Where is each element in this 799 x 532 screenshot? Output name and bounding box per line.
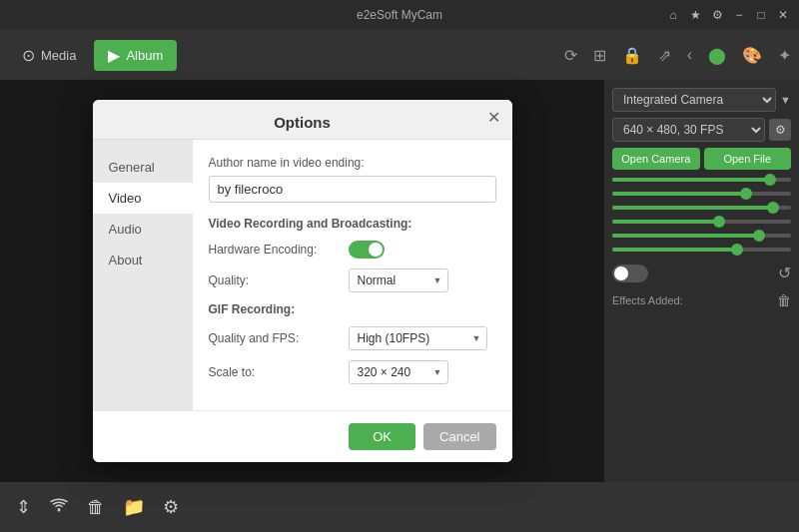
scale-select[interactable]: 160 × 120 320 × 240 640 × 480 [349, 360, 448, 384]
delete-effects-button[interactable]: 🗑 [777, 292, 791, 308]
slider-track-3[interactable] [612, 206, 791, 210]
slider-row-5 [612, 232, 791, 240]
slider-row-3 [612, 204, 791, 212]
slider-fill-4 [612, 220, 719, 224]
star-icon[interactable]: ✦ [778, 46, 791, 65]
camera-icon[interactable]: ⬤ [708, 46, 726, 65]
slider-track-6[interactable] [612, 248, 791, 252]
sidebar-item-about[interactable]: About [93, 245, 193, 275]
options-dialog: Options ✕ General Video Audio [93, 100, 512, 462]
resolution-select[interactable]: 640 × 480, 30 FPS [612, 118, 765, 142]
home-icon[interactable]: ⌂ [665, 7, 681, 23]
effects-label: Effects Added: [612, 294, 683, 306]
scale-label: Scale to: [209, 365, 349, 379]
dropdown-arrow-icon: ▼ [780, 94, 791, 106]
effects-toggle-row: ↺ [612, 264, 791, 282]
slider-row-2 [612, 190, 791, 198]
settings-icon[interactable]: ⚙ [709, 7, 725, 23]
dialog-body: General Video Audio About Author name in… [93, 140, 512, 410]
slider-track-2[interactable] [612, 192, 791, 196]
slider-thumb-5 [753, 230, 765, 242]
effects-icon[interactable]: 🎨 [742, 46, 762, 65]
modal-overlay: Options ✕ General Video Audio [0, 80, 604, 482]
toolbar-icons: ⟳ ⊞ 🔒 ⇗ ‹ ⬤ 🎨 ✦ [564, 46, 791, 65]
hw-encoding-label: Hardware Encoding: [209, 243, 349, 257]
quality-select[interactable]: Low Normal High Very High [349, 268, 448, 292]
slider-fill-3 [612, 206, 773, 210]
video-section-title: Video Recording and Broadcasting: [209, 217, 496, 231]
slider-fill-6 [612, 248, 737, 252]
slider-track-5[interactable] [612, 234, 791, 238]
share-icon[interactable]: ⇗ [658, 46, 671, 65]
album-icon: ▶ [108, 46, 120, 65]
camera-select[interactable]: Integrated Camera [612, 88, 776, 112]
reset-button[interactable]: ↺ [778, 264, 791, 282]
quality-row: Quality: Low Normal High Very High [209, 268, 496, 292]
gif-quality-select[interactable]: Low (5FPS) Normal (8FPS) High (10FPS) Ve… [349, 326, 487, 350]
hw-toggle-knob [369, 243, 383, 257]
maximize-button[interactable]: □ [753, 7, 769, 23]
album-tab[interactable]: ▶ Album [94, 40, 177, 71]
hw-encoding-toggle[interactable] [349, 241, 385, 259]
slider-fill-1 [612, 178, 770, 182]
trash-icon[interactable]: 🗑 [87, 497, 105, 518]
back-icon[interactable]: ‹ [687, 46, 692, 64]
slider-fill-5 [612, 234, 759, 238]
gif-quality-row: Quality and FPS: Low (5FPS) Normal (8FPS… [209, 326, 496, 350]
gif-quality-label: Quality and FPS: [209, 331, 349, 345]
cancel-button[interactable]: Cancel [423, 423, 495, 450]
effects-toggle[interactable] [612, 265, 648, 282]
svg-point-0 [58, 508, 61, 511]
slider-track-4[interactable] [612, 220, 791, 224]
slider-thumb-4 [713, 216, 725, 228]
ok-button[interactable]: OK [349, 423, 415, 450]
dialog-footer: OK Cancel [93, 410, 512, 462]
scale-select-wrapper: 160 × 120 320 × 240 640 × 480 [349, 360, 448, 384]
dialog-header: Options ✕ [93, 100, 512, 140]
gif-section-title: GIF Recording: [209, 302, 496, 316]
slider-row-6 [612, 246, 791, 254]
quality-select-wrapper: Low Normal High Very High [349, 268, 448, 292]
sidebar-item-general[interactable]: General [93, 152, 193, 183]
main-content: Integrated Camera ▼ 640 × 480, 30 FPS ⚙ … [0, 80, 799, 482]
slider-thumb-1 [764, 174, 776, 186]
folder-icon[interactable]: 📁 [123, 496, 145, 518]
resolution-settings-button[interactable]: ⚙ [769, 119, 791, 141]
open-file-button[interactable]: Open File [704, 148, 792, 170]
lock-icon[interactable]: 🔒 [622, 46, 642, 65]
dialog-title: Options [274, 114, 331, 131]
slider-row-4 [612, 218, 791, 226]
refresh-icon[interactable]: ⟳ [564, 46, 577, 65]
right-panel: Integrated Camera ▼ 640 × 480, 30 FPS ⚙ … [604, 80, 799, 482]
resolution-row: 640 × 480, 30 FPS ⚙ [612, 118, 791, 142]
scale-row: Scale to: 160 × 120 320 × 240 640 × 480 [209, 360, 496, 384]
author-name-input[interactable] [209, 176, 496, 203]
hw-encoding-row: Hardware Encoding: [209, 241, 496, 259]
sidebar-item-audio[interactable]: Audio [93, 214, 193, 245]
settings-bottom-icon[interactable]: ⚙ [163, 496, 179, 518]
swap-icon[interactable]: ⇕ [16, 496, 31, 518]
bookmark-icon[interactable]: ★ [687, 7, 703, 23]
title-bar: e2eSoft MyCam ⌂ ★ ⚙ − □ ✕ [0, 0, 799, 30]
dialog-sidebar: General Video Audio About [93, 140, 193, 410]
dialog-close-button[interactable]: ✕ [487, 110, 500, 126]
gif-quality-select-wrapper: Low (5FPS) Normal (8FPS) High (10FPS) Ve… [349, 326, 487, 350]
slider-row-1 [612, 176, 791, 184]
slider-track-1[interactable] [612, 178, 791, 182]
camera-select-row: Integrated Camera ▼ [612, 88, 791, 112]
sidebar-item-video[interactable]: Video [93, 183, 193, 214]
slider-fill-2 [612, 192, 746, 196]
bottom-toolbar: ⇕ 🗑 📁 ⚙ [0, 482, 799, 532]
media-tab[interactable]: ⊙ Media [8, 40, 90, 71]
close-button[interactable]: ✕ [775, 7, 791, 23]
nav-bar: ⊙ Media ▶ Album ⟳ ⊞ 🔒 ⇗ ‹ ⬤ 🎨 ✦ [0, 30, 799, 80]
minimize-button[interactable]: − [731, 7, 747, 23]
app-title: e2eSoft MyCam [357, 8, 442, 22]
wifi-icon[interactable] [49, 497, 69, 518]
grid-icon[interactable]: ⊞ [593, 46, 606, 65]
window-controls: ⌂ ★ ⚙ − □ ✕ [665, 7, 791, 23]
media-label: Media [41, 48, 76, 63]
media-icon: ⊙ [22, 46, 35, 65]
open-camera-button[interactable]: Open Camera [612, 148, 700, 170]
camera-buttons-row: Open Camera Open File [612, 148, 791, 170]
